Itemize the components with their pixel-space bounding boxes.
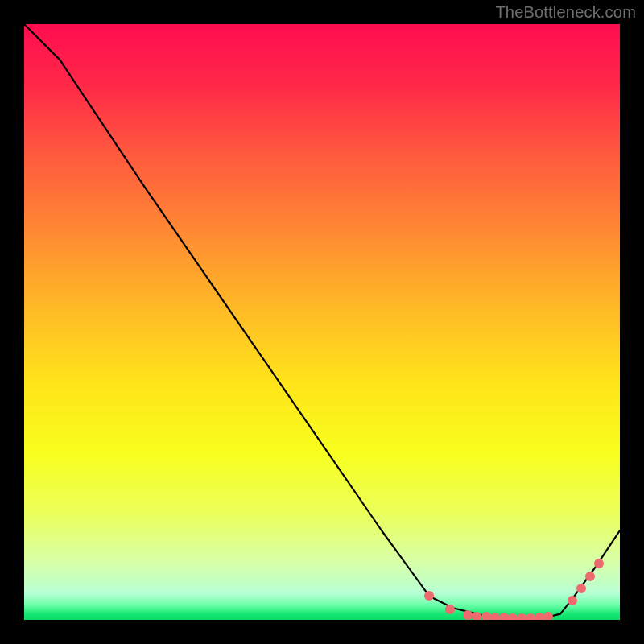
data-marker	[481, 612, 491, 620]
plot-area	[24, 24, 620, 620]
data-marker	[445, 605, 455, 614]
data-marker	[490, 613, 500, 620]
watermark-text: TheBottleneck.com	[495, 3, 636, 22]
data-marker	[568, 596, 577, 605]
data-marker	[576, 584, 586, 593]
data-marker	[543, 612, 553, 620]
data-marker	[594, 559, 604, 568]
data-marker	[585, 572, 595, 581]
data-marker	[499, 613, 509, 620]
data-marker	[508, 613, 518, 620]
curve-path	[24, 24, 620, 619]
chart-frame: TheBottleneck.com	[0, 0, 644, 644]
line-layer	[24, 24, 620, 620]
